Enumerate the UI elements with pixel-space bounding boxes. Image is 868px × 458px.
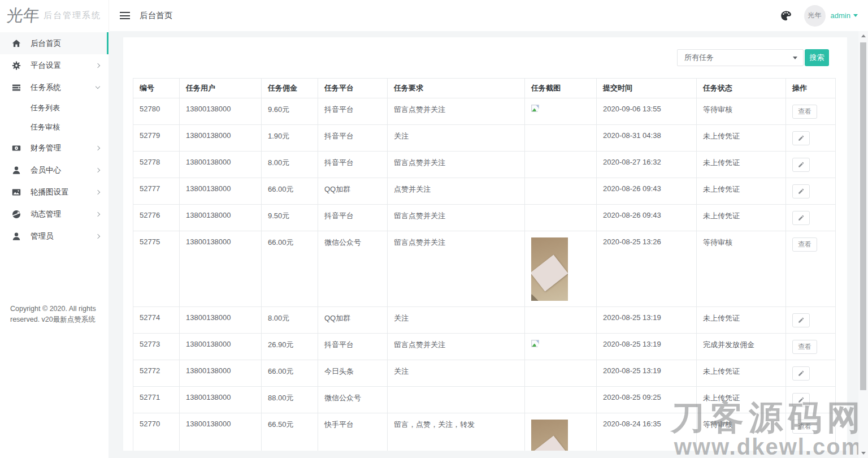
table-row: 52774138001380008.00元QQ加群关注2020-08-25 13…: [133, 307, 836, 334]
edit-button[interactable]: [792, 313, 810, 327]
broken-image-icon: [531, 340, 540, 348]
action-cell: [786, 125, 836, 152]
search-button[interactable]: 搜索: [805, 49, 829, 66]
task-id-cell: 52771: [133, 387, 180, 413]
menu-toggle-icon[interactable]: [120, 10, 130, 21]
sidebar-menu: 后台首页平台设置任务系统任务列表任务审核财务管理会员中心轮播图设置动态管理管理员: [0, 32, 108, 247]
sidebar-item-platform-settings[interactable]: 平台设置: [0, 54, 108, 76]
sidebar-item-label: 平台设置: [31, 61, 61, 71]
task-user-cell: 13800138000: [180, 231, 262, 307]
chevron-down-icon: [96, 84, 100, 89]
home-icon: [12, 39, 21, 48]
action-cell: [786, 387, 836, 413]
column-header: 任务佣金: [262, 79, 318, 98]
edit-button[interactable]: [792, 393, 810, 407]
pencil-icon: [798, 188, 804, 195]
task-screenshot-thumbnail[interactable]: [531, 420, 568, 451]
task-status-cell: 等待审核: [697, 98, 786, 125]
task-id-cell: 52773: [133, 334, 180, 360]
edit-button[interactable]: [792, 184, 810, 198]
pencil-icon: [798, 135, 804, 141]
task-requirement-cell: 留言点赞并关注: [388, 231, 525, 307]
sidebar-subitem-task-list[interactable]: 任务列表: [0, 98, 108, 118]
column-header: 任务要求: [388, 79, 525, 98]
task-user-cell: 13800138000: [180, 125, 262, 152]
scrollbar: [858, 31, 868, 458]
topbar-right: 光年 admin: [780, 0, 858, 31]
sidebar-item-label: 任务系统: [31, 83, 61, 93]
submit-time-cell: 2020-08-25 13:19: [597, 360, 697, 387]
task-requirement-cell: 留言点赞并关注: [388, 152, 525, 178]
submit-time-cell: 2020-08-31 04:38: [597, 125, 697, 152]
edit-button[interactable]: [792, 158, 810, 172]
screenshot-cell: [525, 231, 597, 307]
chevron-right-icon: [96, 63, 100, 67]
task-requirement-cell: 留言点赞并关注: [388, 98, 525, 125]
submit-time-cell: 2020-08-25 13:19: [597, 307, 697, 334]
screenshot-cell: [525, 307, 597, 334]
submit-time-cell: 2020-08-26 09:43: [597, 178, 697, 205]
sidebar: 后台首页平台设置任务系统任务列表任务审核财务管理会员中心轮播图设置动态管理管理员…: [0, 31, 108, 458]
task-id-cell: 52775: [133, 231, 180, 307]
column-header: 提交时间: [597, 79, 697, 98]
view-button[interactable]: 查看: [792, 420, 817, 434]
task-user-cell: 13800138000: [180, 98, 262, 125]
task-filter-select[interactable]: 所有任务: [677, 49, 804, 66]
sidebar-item-home[interactable]: 后台首页: [0, 32, 108, 54]
action-cell: [786, 360, 836, 387]
edit-button[interactable]: [792, 211, 810, 225]
scrollbar-thumb[interactable]: [860, 42, 866, 390]
sidebar-item-carousel[interactable]: 轮播图设置: [0, 181, 108, 203]
username[interactable]: admin: [831, 11, 850, 20]
theme-palette-icon[interactable]: [780, 10, 792, 21]
top-bar: 光年 后台管理系统 后台首页 光年 admin: [0, 0, 868, 31]
screenshot-cell: [525, 125, 597, 152]
column-header: 任务用户: [180, 79, 262, 98]
edit-button[interactable]: [792, 366, 810, 381]
view-button[interactable]: 查看: [792, 237, 817, 252]
task-requirement-cell: 关注: [388, 360, 525, 387]
table-row: 52778138001380008.00元抖音平台留言点赞并关注2020-08-…: [133, 152, 836, 178]
task-status-cell: 未上传凭证: [697, 125, 786, 152]
submit-time-cell: 2020-08-24 16:35: [597, 413, 697, 451]
edit-button[interactable]: [792, 131, 810, 145]
task-list-card: 所有任务 搜索 编号任务用户任务佣金任务平台任务要求任务截图提交时间任务状态操作…: [123, 37, 847, 451]
task-status-cell: 未上传凭证: [697, 307, 786, 334]
view-button[interactable]: 查看: [792, 105, 817, 119]
scrollbar-down-arrow[interactable]: [858, 448, 868, 458]
task-requirement-cell: 留言点赞并关注: [388, 205, 525, 231]
sidebar-item-members[interactable]: 会员中心: [0, 159, 108, 181]
sidebar-item-admin[interactable]: 管理员: [0, 225, 108, 247]
task-status-cell: 未上传凭证: [697, 387, 786, 413]
user-icon: [12, 232, 21, 241]
money-icon: [12, 144, 21, 153]
pencil-icon: [798, 162, 804, 168]
task-status-cell: 未上传凭证: [697, 205, 786, 231]
avatar[interactable]: 光年: [804, 5, 826, 27]
topbar-main: 后台首页: [108, 0, 172, 31]
submit-time-cell: 2020-08-27 16:32: [597, 152, 697, 178]
sidebar-subitem-task-review[interactable]: 任务审核: [0, 118, 108, 137]
select-caret-icon: [793, 57, 797, 59]
table-row: 527771380013800066.00元QQ加群点赞并关注2020-08-2…: [133, 178, 836, 205]
chevron-right-icon: [96, 211, 100, 216]
task-commission-cell: 88.00元: [262, 387, 318, 413]
sidebar-item-label: 后台首页: [31, 38, 61, 49]
chevron-down-icon[interactable]: [853, 14, 858, 17]
sidebar-item-dynamic[interactable]: 动态管理: [0, 203, 108, 225]
column-header: 操作: [786, 79, 836, 98]
sidebar-item-finance[interactable]: 财务管理: [0, 137, 108, 159]
table-row: 52780138001380009.60元抖音平台留言点赞并关注 2020-09…: [133, 98, 836, 125]
sidebar-item-task-system[interactable]: 任务系统: [0, 76, 108, 98]
action-cell: [786, 307, 836, 334]
task-screenshot-thumbnail[interactable]: [531, 237, 568, 301]
action-cell: [786, 205, 836, 231]
column-header: 任务状态: [697, 79, 786, 98]
submit-time-cell: 2020-09-06 13:55: [597, 98, 697, 125]
task-platform-cell: 抖音平台: [318, 125, 388, 152]
scrollbar-up-arrow[interactable]: [858, 31, 868, 41]
view-button[interactable]: 查看: [792, 340, 817, 354]
submit-time-cell: 2020-08-25 13:19: [597, 334, 697, 360]
task-commission-cell: 8.00元: [262, 307, 318, 334]
action-cell: [786, 178, 836, 205]
